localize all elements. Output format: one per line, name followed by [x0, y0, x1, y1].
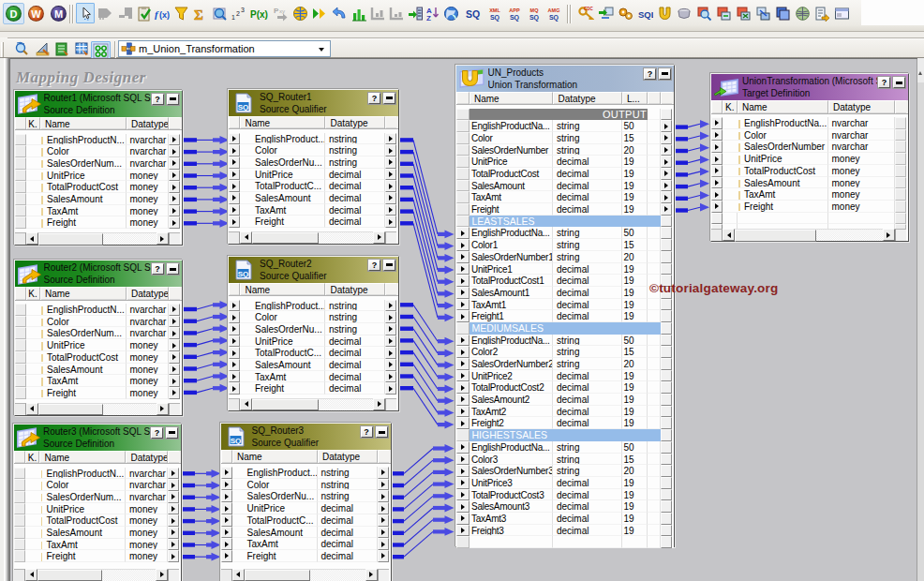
svg-text:SQL: SQL: [638, 8, 653, 19]
svg-text:APP: APP: [509, 7, 520, 13]
svg-text:xy: xy: [279, 8, 285, 14]
svg-text:SQ: SQ: [529, 13, 540, 21]
svg-text:SQ: SQ: [238, 102, 249, 111]
svg-text:MQ: MQ: [530, 7, 540, 13]
svg-text:CDC: CDC: [584, 7, 593, 11]
svg-text:SQ: SQ: [549, 13, 559, 21]
svg-text:Σ: Σ: [194, 7, 203, 22]
svg-text:SQ: SQ: [490, 13, 500, 21]
svg-text:XML: XML: [489, 7, 500, 13]
svg-text:SQ: SQ: [466, 7, 480, 19]
svg-text:SQ: SQ: [510, 13, 520, 21]
svg-text:3: 3: [241, 7, 245, 13]
svg-text:1: 1: [231, 14, 235, 21]
svg-text:AMG: AMG: [548, 7, 560, 13]
svg-text:SQ: SQ: [238, 269, 249, 277]
svg-text:SQ: SQ: [230, 437, 241, 445]
svg-text:(x): (x): [159, 10, 170, 20]
svg-text:2: 2: [236, 10, 240, 17]
svg-text:P(x): P(x): [250, 8, 268, 19]
svg-text:Z: Z: [426, 14, 431, 22]
